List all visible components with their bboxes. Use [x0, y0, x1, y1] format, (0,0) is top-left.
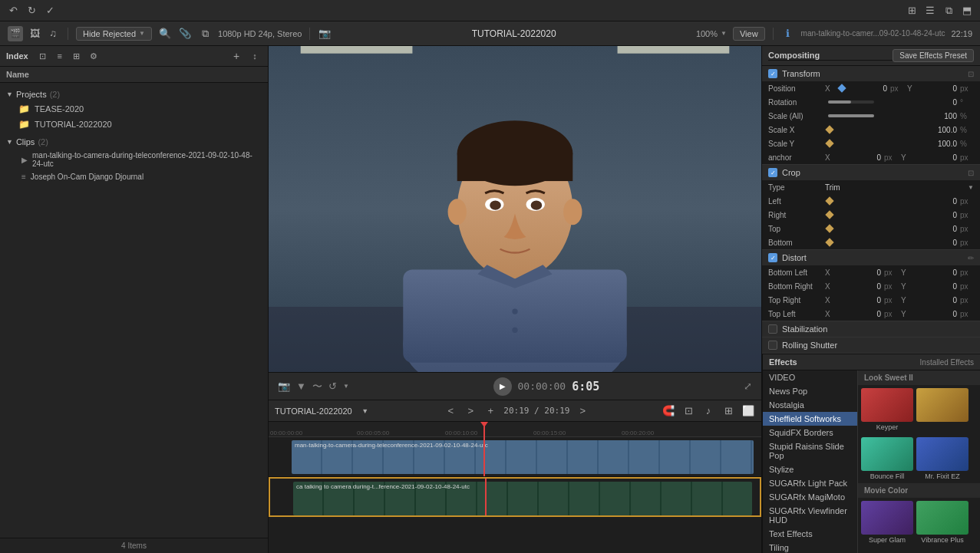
settings-icon[interactable]: ⚙ — [87, 49, 101, 63]
video-clip-strip[interactable]: man-talking-to-camera-during-teleconfere… — [292, 440, 754, 474]
zoom-arrow[interactable]: ▼ — [721, 30, 727, 37]
video-track[interactable]: man-talking-to-camera-during-teleconfere… — [269, 437, 761, 477]
transform-checkbox[interactable]: ✓ — [768, 69, 777, 78]
ruler-mark-20: 00:00:20:00 — [622, 430, 654, 436]
library-icon[interactable]: 🎬 — [8, 26, 23, 41]
effect-category-nostalgia[interactable]: Nostalgia — [763, 398, 857, 412]
zoom-fit-icon[interactable]: ⊞ — [721, 404, 735, 418]
project-tease[interactable]: 📁 TEASE-2020 — [0, 101, 268, 117]
camera-icon[interactable]: 📷 — [318, 27, 332, 41]
grid-icon[interactable]: ⊞ — [905, 4, 919, 18]
mr-fixit-label: Mr. Fixit EZ — [916, 472, 968, 480]
clip-icon[interactable]: 📎 — [178, 27, 192, 41]
clip-expand-icon[interactable]: ⬜ — [741, 404, 755, 418]
projects-section-header[interactable]: ▼ Projects (2) — [0, 87, 268, 101]
info-icon[interactable]: ℹ — [781, 27, 795, 41]
effect-keyper[interactable]: Keyper — [861, 388, 913, 431]
share-icon[interactable]: ⧉ — [198, 27, 212, 41]
refresh-icon[interactable]: ↺ — [328, 380, 337, 392]
rolling-shutter-section: Rolling Shutter — [762, 337, 980, 354]
music-icon[interactable]: ♫ — [46, 27, 60, 41]
effect-category-text-effects[interactable]: Text Effects — [763, 527, 857, 541]
effect-look-sweet[interactable] — [916, 388, 968, 431]
duration-display: 6:05 — [572, 380, 599, 393]
effect-category-sugarfx-viewfinder-hud[interactable]: SUGARfx Viewfinder HUD — [763, 504, 857, 527]
playhead-triangle — [480, 422, 488, 427]
effect-category-squidfx-borders[interactable]: SquidFX Borders — [763, 426, 857, 439]
clip-man-talking[interactable]: ▶ man-talking-to-camera-during-teleconfe… — [0, 149, 268, 170]
crop-options-icon[interactable]: ⊡ — [968, 169, 974, 177]
fullscreen-icon[interactable]: ⤢ — [744, 380, 752, 392]
clip-options-icon[interactable]: ▼ — [296, 380, 306, 392]
save-preset-button[interactable]: Save Effects Preset — [893, 49, 974, 62]
zoom-level: 100% — [696, 29, 718, 38]
crop-header[interactable]: ✓ Crop ⊡ — [762, 165, 980, 180]
scale-x-row: Scale X 100.0 % — [762, 123, 980, 137]
effect-bounce-fill[interactable]: Bounce Fill — [861, 437, 913, 480]
clip-joseph[interactable]: ≡ Joseph On-Cam Django Djournal — [0, 170, 268, 183]
effect-category-sugarfx-magimoto[interactable]: SUGARfx MagiMoto — [763, 490, 857, 504]
add-icon[interactable]: + — [229, 49, 243, 63]
crop-checkbox[interactable]: ✓ — [768, 168, 777, 177]
transform-header[interactable]: ✓ Transform ⊡ — [762, 66, 980, 81]
timeline-dropdown[interactable]: ▼ — [358, 404, 372, 418]
camera-add-icon[interactable]: 📷 — [278, 380, 290, 392]
rolling-shutter-header[interactable]: Rolling Shutter — [762, 337, 980, 353]
timeline-next[interactable]: > — [464, 404, 477, 418]
installed-effects-label: Installed Effects — [920, 358, 974, 367]
crop-bottom-unit: px — [960, 239, 974, 247]
photo-icon[interactable]: 🖼 — [28, 27, 41, 41]
timeline-prev[interactable]: < — [444, 404, 457, 418]
columns-icon[interactable]: ⧉ — [942, 4, 955, 18]
transform-options-icon[interactable]: ⊡ — [968, 70, 974, 78]
effect-category-tiling[interactable]: Tiling — [763, 541, 857, 553]
position-x-value: 0 — [850, 84, 887, 93]
clips-count: (2) — [38, 137, 48, 146]
check-icon[interactable]: ✓ — [43, 4, 57, 18]
crop-left-row: Left 0 px — [762, 194, 980, 208]
clip-trim-icon[interactable]: ⊡ — [681, 404, 695, 418]
project-tutorial[interactable]: 📁 TUTORIAL-2022020 — [0, 117, 268, 132]
effect-category-sugarfx-light-pack[interactable]: SUGARfx Light Pack — [763, 476, 857, 490]
magnetic-icon[interactable]: 🧲 — [662, 404, 675, 418]
effect-category-stylize[interactable]: Stylize — [763, 462, 857, 476]
back-icon[interactable]: ↶ — [6, 4, 20, 18]
view-button[interactable]: View — [733, 27, 765, 41]
audio-clip-strip[interactable]: ca talking to camera during-t...ference-… — [293, 482, 752, 515]
rotate-icon[interactable]: ↻ — [25, 4, 38, 18]
more-icon[interactable]: ▼ — [343, 383, 349, 390]
effect-category-stupid-raisins-slide-pop[interactable]: Stupid Raisins Slide Pop — [763, 439, 857, 462]
grid-view-icon[interactable]: ⊞ — [70, 49, 84, 63]
effect-category-video[interactable]: VIDEO — [763, 370, 857, 384]
waveform-icon[interactable]: 〜 — [312, 380, 322, 393]
super-glam-thumb — [861, 501, 913, 535]
stabilization-checkbox[interactable] — [768, 324, 777, 334]
rolling-shutter-checkbox[interactable] — [768, 341, 777, 350]
tl-x-unit: px — [884, 310, 898, 318]
clip-view-icon[interactable]: ⊡ — [36, 49, 50, 63]
effect-category-news-pop[interactable]: News Pop — [763, 384, 857, 398]
crop-right-row: Right 0 px — [762, 208, 980, 222]
distort-edit-icon[interactable]: ✏ — [968, 254, 974, 262]
audio-icon[interactable]: ♪ — [701, 404, 715, 418]
play-button[interactable]: ▶ — [493, 377, 512, 396]
timeline-more[interactable]: > — [576, 404, 589, 418]
distort-checkbox[interactable]: ✓ — [768, 253, 777, 262]
filmstrip-icon[interactable]: ≡ — [53, 49, 67, 63]
effect-vibrance[interactable]: Vibrance Plus — [916, 501, 968, 544]
timeline-add[interactable]: + — [483, 404, 497, 418]
sort-icon[interactable]: ↕ — [248, 49, 262, 63]
list-icon[interactable]: ☰ — [923, 4, 937, 18]
hide-rejected-button[interactable]: Hide Rejected ▼ — [76, 27, 152, 41]
crop-type-arrow[interactable]: ▼ — [968, 184, 974, 191]
effect-super-glam[interactable]: Super Glam — [861, 501, 913, 544]
clips-section-header[interactable]: ▼ Clips (2) — [0, 135, 268, 149]
window-icon[interactable]: ⬒ — [960, 4, 974, 18]
effect-category-sheffield-softworks[interactable]: Sheffield Softworks — [763, 412, 857, 426]
distort-header[interactable]: ✓ Distort ✏ — [762, 250, 980, 265]
audio-track[interactable]: ca talking to camera during-t...ference-… — [269, 477, 761, 517]
scale-y-value: 100.0 — [837, 140, 957, 148]
search-icon-toolbar[interactable]: 🔍 — [158, 27, 172, 41]
stabilization-header[interactable]: Stabilization — [762, 321, 980, 337]
effect-mr-fixit[interactable]: Mr. Fixit EZ — [916, 437, 968, 480]
